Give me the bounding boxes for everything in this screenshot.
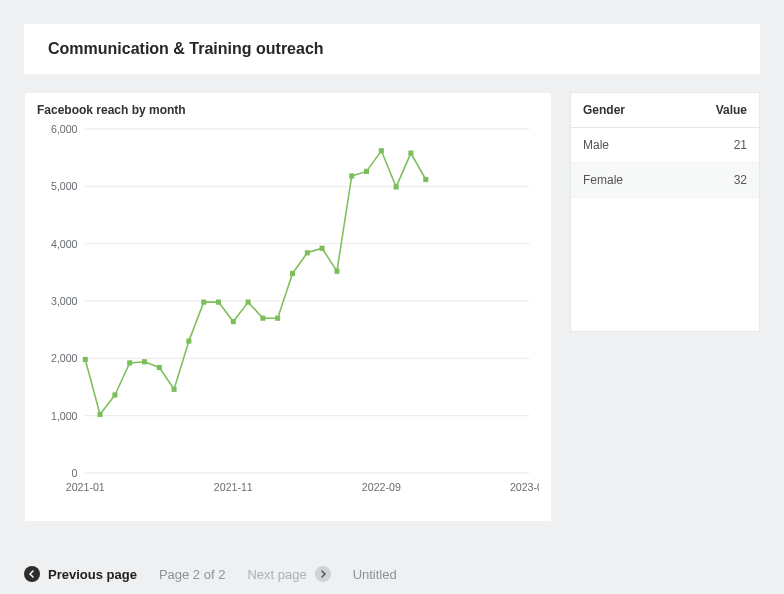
document-name: Untitled	[353, 567, 397, 582]
svg-rect-18	[83, 357, 88, 362]
cell-value: 21	[673, 128, 759, 163]
svg-rect-20	[112, 392, 117, 397]
svg-text:5,000: 5,000	[51, 180, 78, 192]
page-title: Communication & Training outreach	[48, 40, 736, 58]
svg-rect-25	[186, 339, 191, 344]
col-gender: Gender	[571, 93, 673, 128]
svg-rect-32	[290, 271, 295, 276]
svg-rect-29	[246, 300, 251, 305]
svg-rect-23	[157, 365, 162, 370]
svg-text:4,000: 4,000	[51, 237, 78, 249]
cell-gender: Female	[571, 163, 673, 198]
gender-table: Gender Value Male 21 Female 32	[571, 93, 759, 198]
svg-rect-39	[394, 184, 399, 189]
svg-rect-34	[320, 246, 325, 251]
next-page-label: Next page	[247, 567, 306, 582]
svg-rect-28	[231, 319, 236, 324]
svg-rect-27	[216, 300, 221, 305]
svg-text:2022-09: 2022-09	[362, 481, 401, 493]
gender-table-card: Gender Value Male 21 Female 32	[570, 92, 760, 332]
svg-text:2023-07: 2023-07	[510, 481, 539, 493]
svg-text:2,000: 2,000	[51, 352, 78, 364]
svg-rect-26	[201, 300, 206, 305]
previous-page-button[interactable]: Previous page	[24, 566, 137, 582]
svg-text:2021-01: 2021-01	[66, 481, 105, 493]
svg-rect-30	[260, 316, 265, 321]
pagination-footer: Previous page Page 2 of 2 Next page Unti…	[24, 566, 760, 582]
svg-rect-38	[379, 148, 384, 153]
content-area: Facebook reach by month 01,0002,0003,000…	[24, 92, 760, 522]
previous-page-label: Previous page	[48, 567, 137, 582]
col-value: Value	[673, 93, 759, 128]
svg-text:2021-11: 2021-11	[214, 481, 253, 493]
svg-rect-31	[275, 316, 280, 321]
svg-text:1,000: 1,000	[51, 409, 78, 421]
arrow-right-icon	[315, 566, 331, 582]
cell-value: 32	[673, 163, 759, 198]
svg-text:0: 0	[72, 467, 78, 479]
page-header: Communication & Training outreach	[24, 24, 760, 74]
table-row: Female 32	[571, 163, 759, 198]
svg-rect-33	[305, 250, 310, 255]
chart-card: Facebook reach by month 01,0002,0003,000…	[24, 92, 552, 522]
svg-text:6,000: 6,000	[51, 123, 78, 135]
svg-rect-19	[98, 412, 103, 417]
next-page-button[interactable]: Next page	[247, 566, 330, 582]
svg-rect-36	[349, 173, 354, 178]
svg-rect-24	[172, 387, 177, 392]
cell-gender: Male	[571, 128, 673, 163]
svg-rect-22	[142, 359, 147, 364]
svg-rect-37	[364, 169, 369, 174]
line-chart: 01,0002,0003,0004,0005,0006,0002021-0120…	[37, 121, 539, 501]
svg-rect-35	[334, 269, 339, 274]
svg-rect-40	[408, 151, 413, 156]
table-row: Male 21	[571, 128, 759, 163]
svg-text:3,000: 3,000	[51, 295, 78, 307]
chart-title: Facebook reach by month	[37, 103, 539, 117]
arrow-left-icon	[24, 566, 40, 582]
svg-rect-21	[127, 360, 132, 365]
table-header-row: Gender Value	[571, 93, 759, 128]
page-indicator: Page 2 of 2	[159, 567, 226, 582]
svg-rect-41	[423, 177, 428, 182]
